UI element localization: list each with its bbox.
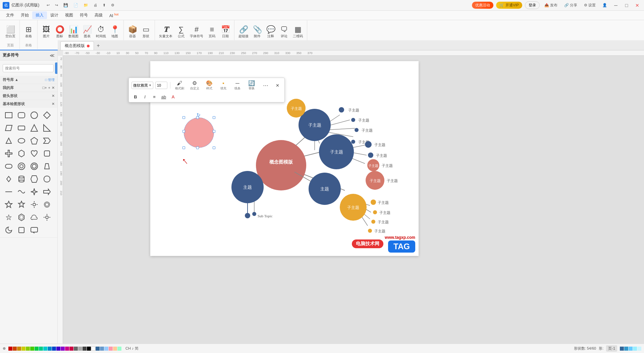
color-swatch-black[interactable] <box>87 347 91 351</box>
nav-button[interactable]: ⊕ <box>3 346 6 351</box>
format-brush-button[interactable]: 🖌 格式刷 <box>173 80 186 91</box>
menu-view[interactable]: 视图 <box>62 11 76 19</box>
shape-circle-selected[interactable] <box>184 118 214 148</box>
publish-button[interactable]: 📤 发布 <box>542 2 559 8</box>
manage-button[interactable]: □ 管理 <box>45 78 55 82</box>
color-swatch-purple[interactable] <box>56 347 60 351</box>
menu-design[interactable]: 设计 <box>47 11 62 19</box>
add-lib-button[interactable]: □+ <box>42 86 47 90</box>
color-swatch-white[interactable] <box>91 347 95 351</box>
shape-rounded-rect[interactable] <box>15 109 28 121</box>
color-swatch-sky[interactable] <box>100 347 104 351</box>
ribbon-page-num[interactable]: ≡ 页码 <box>206 25 218 39</box>
align-button[interactable]: ≡ <box>150 93 158 101</box>
shape-chevron-right[interactable] <box>41 135 53 147</box>
shape-pentagon[interactable] <box>28 135 40 147</box>
color-swatch-green2[interactable] <box>35 347 39 351</box>
swatch-r5[interactable] <box>637 347 641 351</box>
basic-shapes-close-button[interactable]: ✕ <box>52 102 55 106</box>
color-swatch-red[interactable] <box>8 347 12 351</box>
handle-br[interactable] <box>213 146 215 149</box>
sidebar-section-basic-shapes-header[interactable]: 基本绘图形状 ✕ <box>0 100 57 108</box>
shape-cloud[interactable] <box>28 211 40 223</box>
shape-star-4[interactable] <box>28 186 40 198</box>
shape-star-5[interactable] <box>3 198 15 211</box>
shape-arrow-right[interactable] <box>41 186 53 198</box>
shape-starburst[interactable] <box>41 198 53 211</box>
promo-button[interactable]: 优惠活动 <box>472 2 493 9</box>
shape-ellipse2[interactable] <box>15 135 28 147</box>
color-swatch-gray[interactable] <box>74 347 78 351</box>
shape-stadium[interactable] <box>3 160 15 172</box>
export-button[interactable]: ⬆ <box>101 2 108 8</box>
color-swatch-pink[interactable] <box>65 347 69 351</box>
shape-small-star[interactable] <box>3 211 15 223</box>
sidebar-section-symbol-lib-header[interactable]: 符号库 ▲ □ 管理 <box>0 76 57 84</box>
login-button[interactable]: 登录 <box>525 1 540 9</box>
add-item-button[interactable]: + <box>48 86 50 90</box>
shape-rounded-rect2[interactable] <box>15 122 28 134</box>
sidebar-collapse-button[interactable]: ≪ <box>50 53 55 58</box>
user-icon[interactable]: 👤 <box>600 2 609 8</box>
menu-symbol[interactable]: 符号 <box>76 11 91 19</box>
shape-rounded-square[interactable] <box>41 147 53 160</box>
color-swatch-yellow-green[interactable] <box>26 347 30 351</box>
shape-small-triangle[interactable] <box>3 135 15 147</box>
shape-right-triangle[interactable] <box>41 122 53 134</box>
custom-button[interactable]: ⚙ 自定义 <box>188 79 201 91</box>
swatch-r1[interactable] <box>620 347 624 351</box>
new-button[interactable]: 📄 <box>71 2 80 8</box>
shape-diamond[interactable] <box>41 109 53 121</box>
shape-rounded-corner[interactable] <box>41 173 53 185</box>
handle-tc[interactable] <box>196 116 199 119</box>
page-indicator[interactable]: 页-1 <box>606 345 617 352</box>
color-swatch-yellow-orange[interactable] <box>17 347 21 351</box>
selected-shape-container[interactable]: ↻ <box>184 118 214 148</box>
color-swatch-green[interactable] <box>30 347 34 351</box>
swatch-r2[interactable] <box>624 347 628 351</box>
ribbon-timeline[interactable]: ⏱ 时间线 <box>95 25 107 39</box>
ribbon-formula[interactable]: ∑ 公式 <box>175 25 187 39</box>
swatch-r4[interactable] <box>633 347 637 351</box>
text-color-button[interactable]: A <box>169 93 177 101</box>
color-swatch-light-pink[interactable] <box>109 347 113 351</box>
redo-button[interactable]: ↪ <box>53 2 60 8</box>
shape-chat[interactable] <box>28 224 40 236</box>
menu-start[interactable]: 开始 <box>17 11 32 19</box>
ribbon-shape[interactable]: ▭ 形状 <box>140 25 152 39</box>
delete-lib-button[interactable]: ✕ <box>52 86 55 90</box>
shape-hexagon2[interactable] <box>28 173 40 185</box>
sidebar-section-arrows-header[interactable]: 箭头形状 ✕ <box>0 92 57 100</box>
handle-tr[interactable] <box>213 116 215 119</box>
handle-bc[interactable] <box>196 146 199 149</box>
ribbon-font-symbol[interactable]: # 字体符号 <box>189 25 205 39</box>
ribbon-image[interactable]: 🖼 图片 <box>40 25 52 39</box>
print-button[interactable]: 🖨 <box>92 2 99 8</box>
toolbar-close-button[interactable]: ✕ <box>274 81 282 89</box>
shape-cross[interactable] <box>3 147 15 160</box>
shape-sun[interactable] <box>41 211 53 223</box>
color-swatch-violet[interactable] <box>61 347 65 351</box>
replace-button[interactable]: 🔄 替换 <box>246 79 258 91</box>
more-button[interactable]: ⋯ <box>260 82 272 89</box>
color-swatch-teal[interactable] <box>39 347 43 351</box>
color-swatch-blue[interactable] <box>48 347 52 351</box>
font-selector[interactable]: 微软雅黑 ▼ <box>131 82 153 89</box>
vip-button[interactable]: 🛒 开通VIP <box>496 2 522 9</box>
shape-small-diamond[interactable] <box>3 173 15 185</box>
shape-moon[interactable] <box>3 224 15 236</box>
color-swatch-blue2[interactable] <box>52 347 56 351</box>
shape-trapezoid[interactable] <box>41 160 53 172</box>
ribbon-table[interactable]: ⊞ 表格 <box>22 25 35 39</box>
ribbon-annotation[interactable]: 💬 注释 <box>265 25 277 39</box>
italic-button[interactable]: I <box>141 93 149 101</box>
canvas[interactable]: 概念图模版 主题 Sub Topic 子主题 子主题 子主题 <box>63 56 644 344</box>
canvas-tab-main[interactable]: 概念图模版 <box>60 41 94 50</box>
handle-ml[interactable] <box>182 130 185 133</box>
handle-bl[interactable] <box>182 146 185 149</box>
underline-button[interactable]: ab <box>160 93 168 101</box>
rotate-handle[interactable]: ↻ <box>197 112 199 115</box>
handle-tl[interactable] <box>182 116 185 119</box>
ribbon-attachment[interactable]: 📎 附件 <box>251 25 263 39</box>
menu-ai[interactable]: AI hot <box>106 12 122 19</box>
